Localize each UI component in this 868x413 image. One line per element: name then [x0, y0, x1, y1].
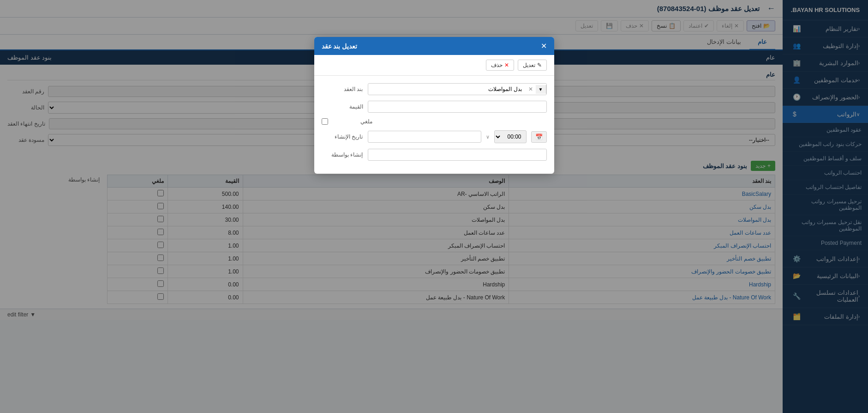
clear-icon[interactable]: ✕ [526, 84, 536, 94]
modal-delete-button[interactable]: ✕ حذف [486, 60, 514, 71]
modal-contract-item-value: بدل المواصلات [368, 84, 526, 95]
modal-row-created-by: إنشاء بواسطة [322, 149, 547, 161]
modal-close-button[interactable]: ✕ [541, 42, 547, 50]
modal-header: ✕ تعديل بند عقد [314, 37, 554, 55]
modal-toolbar: ✎ تعديل ✕ حذف [314, 55, 554, 76]
dropdown-arrow-icon[interactable]: ▼ [536, 85, 546, 94]
modal-value-input[interactable]: 30.00 [368, 101, 547, 113]
time-select[interactable]: 00:00 [494, 130, 527, 143]
created-by-input[interactable] [368, 149, 547, 161]
modal-row-creation-date: 📅 00:00 ∨ تاريخ الإنشاء [322, 130, 547, 143]
created-by-label: إنشاء بواسطة [322, 152, 363, 158]
modal-delete-icon: ✕ [504, 62, 509, 68]
modal-contract-item-label: بند العقد [322, 86, 363, 92]
modal-overlay: ✕ تعديل بند عقد ✎ تعديل ✕ حذف ▼ ✕ بدل ال… [0, 0, 868, 413]
modal-cancelled-label: ملغي [331, 118, 372, 125]
modal-row-contract-item: ▼ ✕ بدل المواصلات بند العقد [322, 83, 547, 95]
chevron-time: ∨ [486, 134, 490, 140]
modal-value-label: القيمة [322, 103, 363, 110]
modal-delete-label: حذف [491, 62, 503, 68]
creation-date-input[interactable] [368, 131, 481, 143]
modal-body: ▼ ✕ بدل المواصلات بند العقد 30.00 القيمة… [314, 76, 554, 174]
modal-contract-item-wrapper: ▼ ✕ بدل المواصلات [368, 83, 547, 95]
modal-row-value: 30.00 القيمة [322, 101, 547, 113]
modal-row-cancelled: ملغي [322, 118, 547, 125]
modal: ✕ تعديل بند عقد ✎ تعديل ✕ حذف ▼ ✕ بدل ال… [314, 37, 554, 174]
creation-date-label: تاريخ الإنشاء [322, 134, 363, 140]
calendar-icon-button[interactable]: 📅 [531, 131, 547, 143]
modal-title: تعديل بند عقد [322, 43, 358, 50]
modal-edit-button[interactable]: ✎ تعديل [518, 60, 547, 71]
modal-cancelled-checkbox[interactable] [322, 118, 328, 125]
modal-edit-icon: ✎ [537, 62, 542, 68]
modal-edit-label: تعديل [523, 62, 535, 68]
